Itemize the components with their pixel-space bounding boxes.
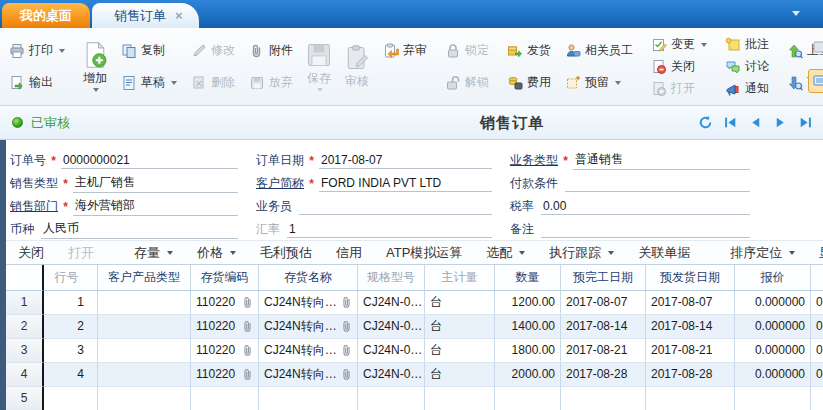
grid-tab-optional-config[interactable]: 选配 [474,244,537,262]
cell-customer-product-type[interactable] [98,291,191,315]
clipped-button-bottom[interactable] [808,69,823,93]
close-icon[interactable]: × [175,9,183,22]
order-no-input[interactable]: 0000000021 [61,153,238,169]
cell-pre-ship-date[interactable] [646,387,735,410]
refresh-icon[interactable] [698,115,713,130]
tab-sales-order[interactable]: 销售订单 × [92,3,199,28]
previous-record-icon[interactable] [748,115,763,130]
grid-tab-execution-tracking[interactable]: 执行跟踪 [537,244,626,262]
cell-inventory-name[interactable]: CJ24N转向… [259,363,358,387]
tab-my-desktop[interactable]: 我的桌面 [2,3,90,28]
cell-inventory-code[interactable]: 110220 [191,339,259,363]
customer-abbr-input[interactable]: FORD INDIA PVT LTD [319,176,492,192]
remarks-input[interactable] [541,222,750,238]
cell-pre-finish-date[interactable]: 2017-08-07 [561,291,646,315]
business-type-input[interactable]: 普通销售 [573,151,750,170]
business-type-label[interactable]: 业务类型 [510,152,558,169]
cell-tax-partial[interactable]: 0 [811,315,823,339]
cell-quantity[interactable]: 1200.00 [495,291,561,315]
order-date-input[interactable]: 2017-08-07 [319,153,492,169]
cell-quantity[interactable]: 1800.00 [495,339,561,363]
last-record-icon[interactable] [798,115,813,130]
cell-main-unit[interactable] [425,387,495,410]
cell-line-no[interactable] [44,387,98,410]
cell-inventory-code[interactable]: 110220 [191,363,259,387]
cell-line-no[interactable]: 4 [44,363,98,387]
cell-main-unit[interactable]: 台 [425,315,495,339]
grid-tab-credit[interactable]: 信用 [324,244,374,262]
related-staff-button[interactable]: 相关员工 [563,41,635,60]
cell-customer-product-type[interactable] [98,339,191,363]
cell-pre-ship-date[interactable]: 2017-08-14 [646,315,735,339]
cell-tax-partial[interactable] [811,387,823,410]
grid-tab-display-format[interactable]: 显示格式 [807,244,823,262]
copy-button[interactable]: 复制 [119,41,179,60]
cell-main-unit[interactable]: 台 [425,363,495,387]
cell-customer-product-type[interactable] [98,315,191,339]
cell-quote[interactable]: 0.000000 [735,315,811,339]
cell-pre-finish-date[interactable]: 2017-08-21 [561,339,646,363]
cell-quote[interactable] [735,387,811,410]
annotate-button[interactable]: 批注 [723,35,771,54]
row-selector[interactable]: 4 [6,363,44,387]
cell-line-no[interactable]: 2 [44,315,98,339]
grid-tab-sort-locate[interactable]: 排序定位 [718,244,807,262]
cell-customer-product-type[interactable] [98,363,191,387]
cell-spec-model[interactable]: CJ24N-0… [358,363,425,387]
cell-inventory-name[interactable]: CJ24N转向… [259,291,358,315]
cell-inventory-code[interactable]: 110220 [191,291,259,315]
tax-rate-input[interactable]: 0.00 [541,199,750,215]
cell-spec-model[interactable]: CJ24N-0… [358,339,425,363]
draft-button[interactable]: 草稿 [119,73,179,92]
cell-inventory-code[interactable]: 110220 [191,315,259,339]
cell-pre-ship-date[interactable]: 2017-08-07 [646,291,735,315]
cell-spec-model[interactable]: CJ24N-0… [358,291,425,315]
row-selector[interactable]: 3 [6,339,44,363]
close-doc-button[interactable]: 关闭 [649,57,709,76]
sales-type-input[interactable]: 主机厂销售 [73,174,238,193]
first-record-icon[interactable] [723,115,738,130]
cell-inventory-name[interactable]: CJ24N转向… [259,315,358,339]
cell-spec-model[interactable]: CJ24N-0… [358,315,425,339]
cell-inventory-name[interactable]: CJ24N转向… [259,339,358,363]
cell-quote[interactable]: 0.000000 [735,291,811,315]
sales-dept-input[interactable]: 海外营销部 [73,197,238,216]
unaudit-button[interactable]: 弃审 [381,41,429,60]
next-record-icon[interactable] [773,115,788,130]
cell-tax-partial[interactable]: 0 [811,363,823,387]
collapsed-side-panel[interactable] [0,140,6,410]
print-button[interactable]: 打印 [7,41,67,60]
grid-tab-gross-profit-estimate[interactable]: 毛利预估 [248,244,324,262]
tab-list-caret-icon[interactable] [792,11,800,16]
cell-quantity[interactable]: 1400.00 [495,315,561,339]
export-button[interactable]: 输出 [7,73,67,92]
cell-pre-ship-date[interactable]: 2017-08-21 [646,339,735,363]
cell-quote[interactable]: 0.000000 [735,363,811,387]
cell-spec-model[interactable] [358,387,425,410]
cell-pre-finish-date[interactable]: 2017-08-28 [561,363,646,387]
cell-quantity[interactable]: 2000.00 [495,363,561,387]
cell-tax-partial[interactable]: 0 [811,339,823,363]
ship-button[interactable]: 发货 [505,41,553,60]
row-selector[interactable]: 5 [6,387,44,410]
cell-quantity[interactable] [495,387,561,410]
payment-terms-input[interactable] [565,176,750,192]
salesman-input[interactable] [299,199,492,215]
add-button[interactable]: 增加 [76,28,114,105]
row-selector[interactable]: 2 [6,315,44,339]
cell-line-no[interactable]: 1 [44,291,98,315]
change-button[interactable]: 变更 [649,35,709,54]
currency-input[interactable]: 人民币 [41,220,238,239]
cell-line-no[interactable]: 3 [44,339,98,363]
grid-tab-related-documents[interactable]: 关联单据 [626,244,702,262]
cell-pre-finish-date[interactable]: 2017-08-14 [561,315,646,339]
grid-tab-stock[interactable]: 存量 [122,244,185,262]
exchange-rate-input[interactable]: 1 [287,222,492,238]
cell-tax-partial[interactable]: 0 [811,291,823,315]
customer-abbr-label[interactable]: 客户简称 [256,175,304,192]
cell-main-unit[interactable]: 台 [425,291,495,315]
discuss-button[interactable]: 讨论 [723,57,771,76]
grid-tab-atp-simulation[interactable]: ATP模拟运算 [374,244,474,262]
cell-pre-finish-date[interactable] [561,387,646,410]
clipped-button-top[interactable] [808,35,823,59]
